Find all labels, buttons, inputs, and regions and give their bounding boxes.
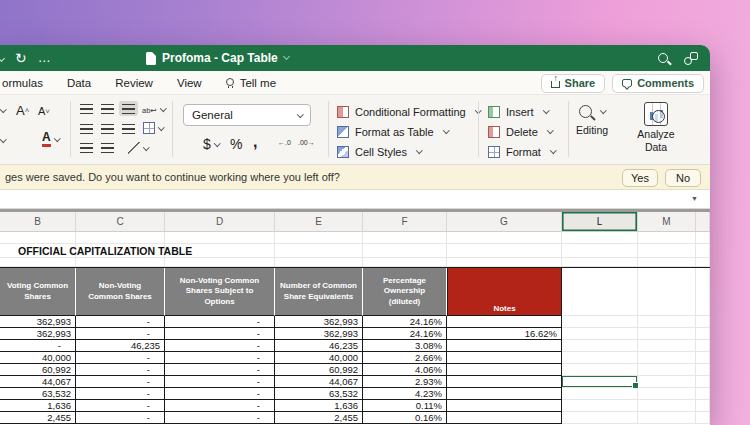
decrease-decimal-button[interactable]: .00→ bbox=[298, 139, 315, 146]
formula-bar[interactable]: ▼ bbox=[0, 190, 710, 209]
currency-format-button[interactable]: $ bbox=[203, 136, 219, 152]
cell-F[interactable]: 2.93% bbox=[363, 376, 447, 388]
empty-cell[interactable] bbox=[562, 258, 638, 267]
orientation-button[interactable] bbox=[128, 142, 149, 154]
empty-cell[interactable] bbox=[638, 328, 696, 340]
empty-cell[interactable] bbox=[76, 232, 165, 244]
cell-C[interactable]: - bbox=[76, 352, 165, 364]
table-header-F[interactable]: Percentage Ownership (diluted) bbox=[363, 268, 447, 316]
cell-B[interactable]: 63,532 bbox=[0, 388, 76, 400]
empty-cell[interactable] bbox=[165, 258, 275, 267]
align-center-icon[interactable] bbox=[101, 124, 114, 134]
cell-E[interactable]: 46,235 bbox=[275, 340, 363, 352]
empty-cell[interactable] bbox=[696, 412, 710, 424]
empty-cell[interactable] bbox=[363, 244, 447, 258]
analyze-data-button[interactable]: Analyze Data bbox=[630, 102, 682, 153]
empty-cell[interactable] bbox=[696, 244, 710, 258]
table-header-C[interactable]: Non-Voting Common Shares bbox=[76, 268, 165, 316]
empty-cell[interactable] bbox=[638, 352, 696, 364]
delete-button[interactable]: Delete bbox=[488, 122, 552, 141]
editing-button[interactable]: Editing bbox=[576, 105, 608, 136]
conditional-formatting-button[interactable]: Conditional Formatting bbox=[337, 102, 480, 121]
sheet-title-cell[interactable]: OFFICIAL CAPITALIZATION TABLE bbox=[18, 245, 192, 257]
empty-cell[interactable] bbox=[696, 400, 710, 412]
empty-cell[interactable] bbox=[696, 352, 710, 364]
empty-cell[interactable] bbox=[447, 258, 562, 267]
refresh-icon[interactable]: ↻ bbox=[15, 51, 27, 65]
ribbon-tab-data[interactable]: Data bbox=[67, 77, 91, 89]
merge-cells-button[interactable] bbox=[143, 122, 164, 134]
font-color-button[interactable]: A bbox=[42, 131, 59, 147]
cell-D[interactable]: - bbox=[165, 364, 275, 376]
cell-E[interactable]: 362,993 bbox=[275, 328, 363, 340]
cell-C[interactable]: - bbox=[76, 388, 165, 400]
table-header-D[interactable]: Non-Voting Common Shares Subject to Opti… bbox=[165, 268, 275, 316]
chevron-down-icon[interactable] bbox=[0, 54, 5, 61]
empty-cell[interactable] bbox=[76, 258, 165, 267]
ribbon-tab-view[interactable]: View bbox=[177, 77, 202, 89]
title-chevron-down-icon[interactable] bbox=[283, 53, 290, 60]
cell-G[interactable] bbox=[447, 412, 562, 424]
empty-cell[interactable] bbox=[447, 244, 562, 258]
cell-C[interactable]: - bbox=[76, 364, 165, 376]
cell-F[interactable]: 4.23% bbox=[363, 388, 447, 400]
ribbon-tab-ormulas[interactable]: ormulas bbox=[2, 77, 43, 89]
empty-cell[interactable] bbox=[562, 388, 638, 400]
cell-G[interactable] bbox=[447, 400, 562, 412]
empty-cell[interactable] bbox=[562, 352, 638, 364]
empty-cell[interactable] bbox=[0, 232, 76, 244]
empty-cell[interactable] bbox=[562, 232, 638, 244]
column-header-F[interactable]: F bbox=[363, 212, 447, 232]
document-title[interactable]: Profoma - Cap Table bbox=[162, 51, 278, 65]
empty-cell[interactable] bbox=[638, 400, 696, 412]
column-header-B[interactable]: B bbox=[0, 212, 76, 232]
empty-cell[interactable] bbox=[562, 340, 638, 352]
column-header-D[interactable]: D bbox=[165, 212, 275, 232]
empty-cell[interactable] bbox=[696, 364, 710, 376]
empty-cell[interactable] bbox=[638, 258, 696, 267]
chevron-down-icon[interactable] bbox=[0, 106, 6, 112]
cell-C[interactable]: - bbox=[76, 376, 165, 388]
cell-B[interactable]: 362,993 bbox=[0, 328, 76, 340]
column-header-E[interactable]: E bbox=[275, 212, 363, 232]
cell-B[interactable]: 2,455 bbox=[0, 412, 76, 424]
cell-B[interactable]: 60,992 bbox=[0, 364, 76, 376]
empty-cell[interactable] bbox=[638, 244, 696, 258]
table-header-B[interactable]: Voting Common Shares bbox=[0, 268, 76, 316]
cell-D[interactable]: - bbox=[165, 316, 275, 328]
cell-G[interactable] bbox=[447, 376, 562, 388]
empty-cell[interactable] bbox=[638, 364, 696, 376]
comments-button[interactable]: Comments bbox=[612, 74, 704, 93]
empty-cell[interactable] bbox=[562, 400, 638, 412]
align-middle-icon[interactable] bbox=[101, 104, 114, 114]
cell-F[interactable]: 3.08% bbox=[363, 340, 447, 352]
align-bottom-button[interactable] bbox=[119, 101, 138, 116]
cell-D[interactable]: - bbox=[165, 328, 275, 340]
percent-format-button[interactable]: % bbox=[230, 136, 242, 152]
empty-cell[interactable] bbox=[275, 244, 363, 258]
empty-cell[interactable] bbox=[696, 388, 710, 400]
cell-E[interactable]: 60,992 bbox=[275, 364, 363, 376]
cell-E[interactable]: 44,067 bbox=[275, 376, 363, 388]
increase-indent-icon[interactable] bbox=[101, 143, 114, 153]
empty-cell[interactable] bbox=[696, 328, 710, 340]
presence-icon[interactable] bbox=[684, 52, 698, 65]
cell-E[interactable]: 1,636 bbox=[275, 400, 363, 412]
cell-B[interactable]: 40,000 bbox=[0, 352, 76, 364]
empty-cell[interactable] bbox=[275, 258, 363, 267]
cell-G[interactable] bbox=[447, 352, 562, 364]
cell-G[interactable] bbox=[447, 364, 562, 376]
decrease-font-size-button[interactable] bbox=[38, 105, 50, 117]
cell-C[interactable]: - bbox=[76, 328, 165, 340]
cell-G[interactable] bbox=[447, 316, 562, 328]
format-as-table-button[interactable]: Format as Table bbox=[337, 122, 448, 141]
cell-F[interactable]: 0.16% bbox=[363, 412, 447, 424]
cell-G[interactable]: 16.62% bbox=[447, 328, 562, 340]
cell-C[interactable]: - bbox=[76, 412, 165, 424]
cell-C[interactable]: 46,235 bbox=[76, 340, 165, 352]
empty-cell[interactable] bbox=[363, 258, 447, 267]
cell-E[interactable]: 362,993 bbox=[275, 316, 363, 328]
cell-D[interactable]: - bbox=[165, 400, 275, 412]
empty-cell[interactable] bbox=[562, 364, 638, 376]
empty-cell[interactable] bbox=[696, 316, 710, 328]
